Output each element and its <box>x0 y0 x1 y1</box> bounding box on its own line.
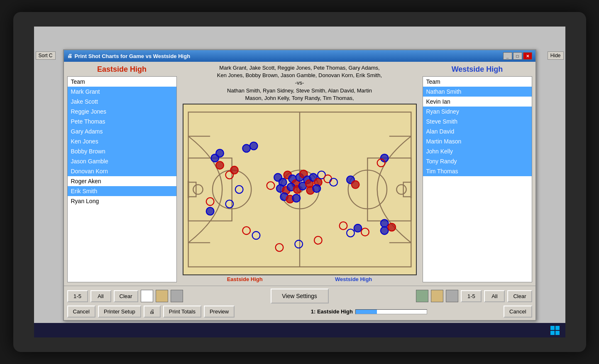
svg-point-47 <box>206 198 214 206</box>
list-item[interactable]: Gary Adams <box>68 126 176 136</box>
eastside-title: Eastside High <box>67 65 177 74</box>
svg-point-48 <box>206 207 214 215</box>
btn-printer-setup[interactable]: Printer Setup <box>98 306 141 318</box>
btn-view-settings[interactable]: View Settings <box>271 289 329 303</box>
window-title: Print Shot Charts for Game vs Westside H… <box>75 53 191 59</box>
svg-point-39 <box>313 184 320 192</box>
list-item[interactable]: Ryan Long <box>68 196 176 206</box>
btn-1-5-right[interactable]: 1-5 <box>461 290 482 302</box>
westside-player-list[interactable]: Team Nathan Smith Kevin Ian Ryan Sidney … <box>423 76 532 282</box>
btn-all-right[interactable]: All <box>484 290 505 302</box>
list-item[interactable]: John Kelly <box>423 146 532 156</box>
svg-point-68 <box>275 244 283 252</box>
progress-bar-fill <box>356 310 377 314</box>
list-item[interactable]: Donovan Korn <box>68 166 176 176</box>
status-label: 1: Eastside High <box>311 308 353 315</box>
list-item[interactable]: Tony Randy <box>423 156 532 166</box>
svg-point-59 <box>252 231 260 239</box>
svg-point-62 <box>347 229 355 237</box>
list-item[interactable]: Reggie Jones <box>68 107 176 116</box>
svg-point-51 <box>225 200 233 208</box>
svg-point-64 <box>361 228 369 236</box>
eastside-panel: Eastside High Team Mark Grant Jake Scott… <box>64 62 180 286</box>
court-label-eastside: Eastside High <box>227 276 263 282</box>
svg-point-60 <box>242 227 250 235</box>
hide-button[interactable]: Hide <box>548 51 564 60</box>
list-item[interactable]: Steve Smith <box>423 116 532 126</box>
list-item[interactable]: Roger Aken <box>68 176 176 186</box>
btn-print-icon[interactable]: 🖨 <box>144 306 161 318</box>
svg-point-46 <box>216 161 224 169</box>
list-item[interactable]: Ken Jones <box>68 136 176 146</box>
svg-point-45 <box>216 149 224 157</box>
sidebar-right <box>536 27 565 337</box>
main-window: 🖨 Print Shot Charts for Game vs Westside… <box>63 49 536 321</box>
btn-all-left[interactable]: All <box>90 290 111 302</box>
svg-point-55 <box>377 159 385 167</box>
svg-point-70 <box>314 236 322 244</box>
svg-point-65 <box>235 186 243 194</box>
swatch-tan-right[interactable] <box>431 290 443 302</box>
svg-point-53 <box>249 142 257 150</box>
westside-panel: Westside High Team Nathan Smith Kevin Ia… <box>419 62 535 286</box>
swatch-white[interactable] <box>141 290 153 302</box>
svg-point-61 <box>339 222 347 230</box>
title-bar: 🖨 Print Shot Charts for Game vs Westside… <box>64 50 535 62</box>
swatch-green[interactable] <box>416 290 428 302</box>
svg-point-67 <box>351 181 359 189</box>
list-item[interactable]: Erik Smith <box>68 186 176 196</box>
progress-bar <box>355 309 428 314</box>
svg-point-57 <box>380 227 388 235</box>
list-item[interactable]: Tim Thomas <box>423 166 532 176</box>
players-label: Mark Grant, Jake Scott, Reggie Jones, Pe… <box>183 64 417 102</box>
eastside-team-header: Team <box>68 77 176 87</box>
swatch-gray[interactable] <box>171 290 183 302</box>
svg-point-43 <box>330 178 337 186</box>
court-labels: Eastside High Westside High <box>183 275 417 283</box>
maximize-button[interactable]: □ <box>513 52 522 60</box>
btn-clear-right[interactable]: Clear <box>507 290 532 302</box>
toolbar-row-top: 1-5 All Clear View Settings <box>67 289 532 303</box>
eastside-player-list[interactable]: Team Mark Grant Jake Scott Reggie Jones … <box>67 76 177 282</box>
close-button[interactable]: ✕ <box>523 52 532 60</box>
swatch-gray-right[interactable] <box>446 290 458 302</box>
svg-point-58 <box>388 223 396 231</box>
bottom-toolbar: 1-5 All Clear View Settings <box>64 286 535 320</box>
btn-print-totals[interactable]: Print Totals <box>163 306 201 318</box>
court-display <box>183 104 417 275</box>
toolbar-row-bottom: Cancel Printer Setup 🖨 Print Totals Prev… <box>67 306 532 318</box>
svg-point-40 <box>266 182 274 189</box>
westside-title: Westside High <box>423 65 532 74</box>
minimize-button[interactable]: _ <box>503 52 512 60</box>
list-item[interactable]: Mark Grant <box>68 87 176 97</box>
sort-button[interactable]: Sort C <box>36 51 56 60</box>
list-item[interactable]: Alan David <box>423 126 532 136</box>
list-item[interactable]: Ryan Sidney <box>423 107 532 116</box>
center-panel: Mark Grant, Jake Scott, Reggie Jones, Pe… <box>180 62 419 286</box>
svg-point-37 <box>292 194 300 202</box>
btn-cancel-left[interactable]: Cancel <box>67 306 95 318</box>
list-item[interactable]: Nathan Smith <box>423 87 532 97</box>
list-item[interactable]: Jake Scott <box>68 97 176 107</box>
sidebar-left <box>34 27 63 337</box>
window-icon: 🖨 <box>67 53 72 59</box>
taskbar <box>34 323 565 337</box>
list-item[interactable]: Kevin Ian <box>423 97 532 107</box>
svg-point-52 <box>242 144 250 152</box>
btn-cancel-right[interactable]: Cancel <box>504 306 532 318</box>
svg-point-56 <box>380 219 388 227</box>
btn-clear-left[interactable]: Clear <box>114 290 138 302</box>
svg-point-50 <box>230 166 238 174</box>
svg-point-63 <box>354 224 362 232</box>
list-item[interactable]: Jason Gamble <box>68 156 176 166</box>
svg-point-69 <box>295 240 303 248</box>
list-item[interactable]: Bobby Brown <box>68 146 176 156</box>
btn-1-5-left[interactable]: 1-5 <box>67 290 88 302</box>
swatch-tan[interactable] <box>156 290 168 302</box>
windows-logo <box>549 324 561 337</box>
btn-preview[interactable]: Preview <box>204 306 235 318</box>
list-item[interactable]: Martin Mason <box>423 136 532 146</box>
court-label-westside: Westside High <box>335 276 372 282</box>
list-item[interactable]: Pete Thomas <box>68 116 176 126</box>
westside-team-header: Team <box>423 77 532 87</box>
